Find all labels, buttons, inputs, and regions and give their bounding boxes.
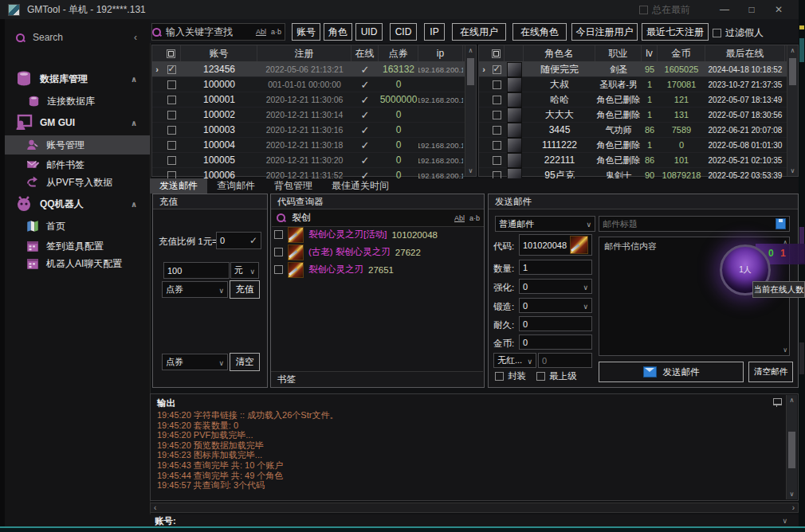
account-row[interactable]: 100003 2020-12-21 11:30:16 0 — [152, 123, 476, 138]
quantity-input[interactable] — [519, 260, 592, 275]
account-row[interactable]: 100005 2020-12-21 11:30:20 0 192.168.200… — [152, 153, 476, 168]
row-checkbox[interactable] — [493, 126, 501, 135]
currency-dropdown[interactable]: 点券 — [162, 281, 228, 298]
query-uid-button[interactable]: UID — [355, 23, 383, 41]
scrollbar-thumb[interactable] — [467, 58, 474, 85]
row-checkbox[interactable] — [167, 96, 176, 104]
row-checkbox[interactable] — [167, 126, 176, 135]
keyword-search-input[interactable]: 输入关键字查找 Abl a·b — [151, 23, 285, 41]
characters-scrollbar[interactable] — [787, 45, 798, 176]
column-header-online[interactable]: 在线 — [351, 45, 379, 61]
online-characters-button[interactable]: 在线角色 — [512, 23, 567, 41]
unit-dropdown[interactable]: 元 — [230, 262, 259, 279]
scroll-down-icon[interactable] — [465, 166, 476, 176]
column-header-lv[interactable]: lv — [642, 45, 658, 61]
clear-points-button[interactable]: 清空 — [230, 353, 260, 371]
column-header-name[interactable]: 角色名 — [524, 45, 595, 61]
scroll-up-icon[interactable] — [787, 45, 798, 56]
character-row[interactable]: 3445 气功师 86 7589 2022-06-21 20:07:08 — [479, 123, 798, 138]
item-checkbox[interactable] — [274, 265, 283, 274]
top-level-checkbox[interactable] — [536, 372, 545, 381]
chevron-up-icon[interactable] — [131, 119, 137, 127]
send-mail-button[interactable]: 发送邮件 — [599, 362, 744, 382]
query-character-button[interactable]: 角色 — [324, 23, 352, 41]
row-checkbox[interactable] — [493, 96, 501, 104]
minimize-button[interactable]: — — [711, 0, 738, 19]
account-row[interactable]: 100002 2020-12-21 11:30:14 0 — [152, 108, 476, 123]
filter-fake-users-checkbox[interactable] — [713, 29, 721, 37]
character-row[interactable]: 随便完完 剑圣 95 1605025 2024-04-18 10:18:52 — [479, 62, 798, 77]
row-checkbox[interactable] — [167, 111, 176, 119]
match-case-icon[interactable]: a·b — [469, 214, 480, 222]
gold-input[interactable] — [519, 334, 592, 350]
mail-subject-input[interactable] — [599, 216, 790, 232]
clear-currency-dropdown[interactable]: 点券 — [162, 354, 228, 370]
chevron-up-icon[interactable] — [131, 200, 137, 209]
sidebar-item-signin-config[interactable]: 签到道具配置 — [5, 237, 150, 256]
last-seven-days-button[interactable]: 最近七天注册 — [642, 23, 709, 41]
top-level-toggle[interactable]: 最上级 — [536, 370, 577, 382]
column-header-registered[interactable]: 注册 — [257, 45, 351, 61]
scroll-right-icon[interactable]: › — [792, 503, 795, 512]
row-checkbox[interactable] — [493, 156, 501, 165]
red-aura-value-input[interactable] — [538, 353, 592, 368]
row-checkbox[interactable] — [493, 65, 501, 74]
tab-send-mail[interactable]: 发送邮件 — [150, 178, 207, 194]
account-row[interactable]: 100004 2020-12-21 11:30:18 0 192.168.200… — [152, 138, 476, 153]
sidebar-item-account-management[interactable]: 账号管理 — [5, 135, 150, 155]
scrollbar-thumb[interactable] — [788, 432, 795, 468]
column-header-gold[interactable]: 金币 — [658, 45, 705, 61]
match-whole-word-icon[interactable]: Abl — [454, 214, 465, 222]
character-row[interactable]: 1111222 角色已删除 1 0 2022-05-08 01:01:30 — [479, 138, 798, 153]
select-all-accounts-checkbox[interactable] — [167, 49, 175, 58]
scroll-up-icon[interactable] — [787, 395, 797, 405]
accounts-scrollbar[interactable] — [465, 45, 476, 176]
output-horizontal-scrollbar[interactable]: ‹ › — [150, 503, 799, 513]
sidebar-item-home[interactable]: 首页 — [5, 217, 150, 236]
code-input[interactable] — [519, 234, 592, 256]
tab-inventory[interactable]: 背包管理 — [265, 178, 322, 194]
match-whole-word-icon[interactable]: Abl — [256, 28, 266, 36]
sidebar-search[interactable]: Search ‹ — [5, 25, 150, 49]
account-row[interactable]: 100000 001-01-01 00:00:00 0 — [152, 77, 476, 92]
row-checkbox[interactable] — [493, 111, 501, 119]
scroll-down-icon[interactable] — [787, 166, 798, 176]
column-header-account[interactable]: 账号 — [181, 45, 257, 61]
account-row[interactable]: 123456 2022-05-06 21:13:21 163132 192.16… — [152, 62, 476, 77]
always-on-top-toggle[interactable]: 总在最前 — [639, 3, 690, 17]
sidebar-item-mail-bookmark[interactable]: 邮件书签 — [5, 155, 150, 174]
row-checkbox[interactable] — [167, 156, 176, 165]
scrollbar-thumb[interactable] — [789, 58, 796, 85]
query-ip-button[interactable]: IP — [424, 23, 445, 41]
sidebar-item-ai-chat-config[interactable]: 机器人AI聊天配置 — [5, 254, 150, 273]
durability-input[interactable] — [519, 316, 592, 331]
match-case-icon[interactable]: a·b — [271, 28, 281, 36]
scroll-up-icon[interactable] — [465, 45, 476, 56]
bookmark-section-label[interactable]: 书签 — [271, 371, 483, 387]
item-checkbox[interactable] — [274, 248, 283, 256]
amount-input[interactable] — [163, 262, 230, 279]
collapse-sidebar-icon[interactable]: ‹ — [134, 32, 137, 43]
output-scrollbar[interactable] — [786, 395, 797, 499]
item-checkbox[interactable] — [274, 230, 283, 239]
filter-fake-users-toggle[interactable]: 过滤假人 — [713, 26, 764, 40]
seal-checkbox[interactable] — [495, 372, 504, 381]
recharge-button[interactable]: 充值 — [230, 280, 260, 299]
code-result-item[interactable]: 裂创心灵之刃[活动] 101020048 — [274, 226, 481, 243]
row-checkbox[interactable] — [493, 80, 501, 89]
row-checkbox[interactable] — [167, 141, 176, 150]
code-result-item[interactable]: 裂创心灵之刃 27651 — [274, 261, 481, 278]
scroll-left-icon[interactable]: ‹ — [154, 503, 156, 512]
clear-mail-button[interactable]: 清空邮件 — [748, 362, 793, 382]
account-row[interactable]: 100001 2020-12-21 11:30:06 5000000 192.1… — [152, 92, 476, 108]
column-header-last-online[interactable]: 最后在线 — [705, 45, 785, 61]
column-header-job[interactable]: 职业 — [595, 45, 642, 61]
confirm-check-icon[interactable] — [249, 235, 257, 246]
enhance-dropdown[interactable]: 0 — [519, 279, 592, 294]
select-all-characters-checkbox[interactable] — [492, 49, 501, 58]
row-checkbox[interactable] — [167, 80, 176, 89]
column-header-ip[interactable]: ip — [418, 45, 463, 61]
chevron-down-icon[interactable]: ∨ — [782, 517, 787, 525]
character-row[interactable]: 222111 角色已删除 86 101 2022-05-21 02:10:35 — [479, 153, 798, 168]
red-aura-dropdown[interactable]: 无红... — [493, 353, 536, 368]
